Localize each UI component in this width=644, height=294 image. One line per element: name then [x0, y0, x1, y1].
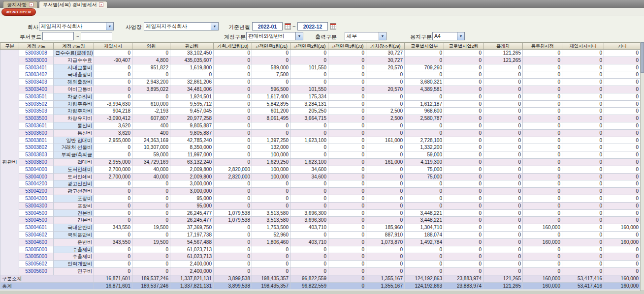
table-row[interactable]: 53004600운반비343,55019,50054,567,48801,806… [0, 238, 641, 246]
account-code-cell[interactable]: 53003803 [19, 151, 54, 159]
account-code-cell[interactable]: 53003802 [19, 144, 54, 151]
horizontal-scrollbar[interactable] [0, 291, 644, 294]
vertical-scrollbar[interactable] [640, 42, 644, 291]
company-select[interactable]: 제일저지주식회사 ▼ [39, 22, 114, 30]
value-cell: 0 [523, 50, 562, 57]
value-cell: 0 [290, 50, 328, 57]
tab-expense-report[interactable]: 부서별(세목) 경비명세서 × [39, 1, 107, 8]
account-code-cell[interactable]: 53003800 [19, 158, 54, 166]
account-code-cell[interactable]: 53004300 [19, 202, 54, 209]
account-code-cell[interactable]: 53004200 [19, 180, 54, 188]
account-code-cell[interactable]: 53005602 [19, 261, 54, 268]
table-row[interactable]: 53005602인력개발비002,400,00000000000000 [0, 261, 641, 268]
table-row[interactable]: 53003401시내교통비0951,8221,619,8000589,00010… [0, 64, 641, 71]
value-cell: 0 [483, 86, 523, 93]
table-row[interactable]: 53004000도서인쇄비2,700,00040,0002,009,8002,8… [0, 173, 641, 180]
account-code-cell[interactable]: 53004500 [19, 209, 54, 217]
calendar-icon[interactable] [285, 23, 291, 29]
account-code-cell[interactable]: 53003401 [19, 64, 54, 71]
value-cell: 121,265 [483, 57, 523, 64]
table-row[interactable]: 53003000지급수수료-90,4074,800435,035,6070000… [0, 57, 641, 64]
account-code-cell[interactable]: 53003600 [19, 129, 54, 137]
value-cell: 0 [523, 158, 562, 166]
account-code-cell[interactable]: 53005600 [19, 267, 54, 275]
output-type-select[interactable]: 세부 ▼ [345, 32, 386, 40]
period-from-input[interactable] [252, 22, 283, 30]
table-row[interactable]: 판관비53003008급수수료(클레임)0033,102,450000030,7… [0, 50, 641, 57]
account-type-select[interactable]: 판매비와일반비 ▼ [246, 32, 303, 40]
table-row[interactable]: 53003801일반 접대비2,955,00024,363,16942,785,… [0, 137, 641, 144]
dept-code-to-input[interactable] [81, 32, 112, 40]
table-row[interactable]: 53004000도서인쇄비2,700,00040,0002,009,8002,8… [0, 166, 641, 173]
table-row[interactable]: 53003802거래처 선물비010,307,0008,350,0000132,… [0, 144, 641, 151]
account-code-cell[interactable]: 53003801 [19, 137, 54, 144]
account-code-cell[interactable]: 53005000 [19, 246, 54, 253]
table-row[interactable]: 53003402국내출장비00007,500000000000 [0, 71, 641, 79]
table-row[interactable]: 53003501차량수리비001,924,50101,617,400175,33… [0, 93, 641, 100]
value-cell: 2,009,800 [170, 166, 214, 173]
table-row[interactable]: 53003601통신비3,6204009,805,88700000000000 [0, 122, 641, 129]
table-row[interactable]: 53004300포장비0095,00000000000000 [0, 202, 641, 209]
account-code-cell[interactable]: 53004000 [19, 166, 54, 173]
vertical-scrollbar-thumb[interactable] [641, 42, 644, 73]
table-row[interactable]: 53004200광고선전비003,000,00000000000000 [0, 188, 641, 195]
workplace-select[interactable]: 제일저지주식회사 ▼ [144, 22, 219, 30]
table-row[interactable]: 53004500견본비0026,245,4771,079,5383,513,58… [0, 217, 641, 224]
value-cell: 0 [523, 202, 562, 209]
table-row[interactable]: 53003600통신비3,6204009,805,88700000000000 [0, 129, 641, 137]
value-cell: 0 [405, 50, 444, 57]
value-cell: 5,842,895 [252, 100, 290, 108]
account-code-cell[interactable]: 53003402 [19, 71, 54, 79]
paper-type-select[interactable]: A4 ▼ [432, 32, 465, 40]
table-row[interactable]: 53004602국외운반비0017,197,738052,96000887,91… [0, 231, 641, 238]
value-cell: 0 [328, 158, 366, 166]
account-code-cell[interactable]: 53004200 [19, 188, 54, 195]
table-row[interactable]: 53003500차량유지비-3,090,412607,80720,977,258… [0, 115, 641, 122]
table-row[interactable]: 53005000수출제비0061,023,71300000000000 [0, 246, 641, 253]
tab-notice[interactable]: 공지사항 × [3, 1, 37, 8]
account-code-cell[interactable]: 53003400 [19, 86, 54, 93]
value-cell: 0 [562, 246, 604, 253]
dept-code-from-input[interactable] [42, 32, 74, 40]
table-row[interactable]: 53004500견본비0026,245,4771,079,5383,513,58… [0, 209, 641, 217]
table-row[interactable]: 53003400여비교통비03,895,02234,481,0060596,50… [0, 86, 641, 93]
account-code-cell[interactable]: 53003503 [19, 108, 54, 115]
table-row[interactable]: 53003502차량주유비-3,994,630610,0009,595,7120… [0, 100, 641, 108]
table-row[interactable]: 53003800접대비2,955,00034,729,16963,132,240… [0, 158, 641, 166]
account-code-cell[interactable]: 53004300 [19, 195, 54, 202]
footer-value-cell: 160,000 [523, 282, 562, 290]
table-row[interactable]: 53003403해외출장비02,943,20032,861,206000003,… [0, 79, 641, 86]
menu-open-button[interactable]: MENU OPEN [1, 8, 36, 16]
tab-expense-report-label: 부서별(세목) 경비명세서 [43, 1, 97, 8]
table-row[interactable]: 53004601국내운반비343,55019,50037,369,75001,7… [0, 224, 641, 232]
account-code-cell[interactable]: 53003601 [19, 122, 54, 129]
account-code-cell[interactable]: 53004601 [19, 224, 54, 232]
account-code-cell[interactable]: 53004500 [19, 217, 54, 224]
account-code-cell[interactable]: 53005000 [19, 253, 54, 261]
close-icon[interactable]: × [29, 2, 33, 7]
value-cell: 0 [252, 129, 290, 137]
account-code-cell[interactable]: 53004602 [19, 231, 54, 238]
table-row[interactable]: 53003503차량주차비904,218-2,1939,457,0450601,… [0, 108, 641, 115]
table-row[interactable]: 53005000수출제비0061,023,71300000000000 [0, 253, 641, 261]
account-code-cell[interactable]: 53003502 [19, 100, 54, 108]
table-row[interactable]: 53004200광고선전비003,000,00000000000000 [0, 180, 641, 188]
value-cell: 24,363,169 [132, 137, 170, 144]
calendar-icon[interactable] [330, 23, 336, 29]
table-row[interactable]: 53004300포장비0095,00000000000000 [0, 195, 641, 202]
account-code-cell[interactable]: 53003500 [19, 115, 54, 122]
account-code-cell[interactable]: 53003008 [19, 50, 54, 57]
account-code-cell[interactable]: 53003403 [19, 79, 54, 86]
value-cell: 0 [523, 261, 562, 268]
table-row[interactable]: 53003803부의금/축의금059,00011,997,0000100,000… [0, 151, 641, 159]
account-code-cell[interactable]: 53003501 [19, 93, 54, 100]
value-cell: 0 [132, 261, 170, 268]
close-icon[interactable]: × [99, 2, 103, 7]
period-to-input[interactable] [297, 22, 328, 30]
account-code-cell[interactable]: 53004600 [19, 238, 54, 246]
value-cell: 0 [444, 238, 483, 246]
value-cell: 100,000 [252, 151, 290, 159]
account-code-cell[interactable]: 53004000 [19, 173, 54, 180]
table-row[interactable]: 53005600연구비002,400,00000000000000 [0, 267, 641, 275]
account-code-cell[interactable]: 53003000 [19, 57, 54, 64]
